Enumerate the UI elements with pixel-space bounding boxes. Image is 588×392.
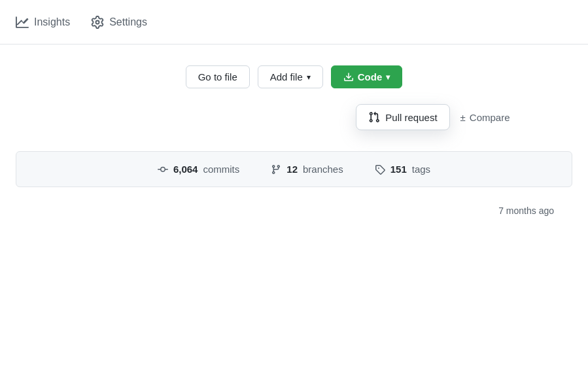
download-icon: [343, 72, 354, 82]
top-nav: Insights Settings: [0, 0, 588, 45]
insights-label: Insights: [34, 16, 70, 28]
dropdown-container: Pull request ± Compare: [78, 104, 510, 130]
branches-stat[interactable]: 12 branches: [271, 164, 343, 175]
pull-request-label: Pull request: [385, 112, 437, 123]
compare-label: Compare: [470, 112, 510, 123]
branches-label: branches: [303, 164, 343, 175]
tags-label: tags: [412, 164, 430, 175]
commits-count: 6,064: [173, 164, 198, 175]
compare-button[interactable]: ± Compare: [460, 112, 510, 123]
tags-count: 151: [390, 164, 407, 175]
pull-request-dropdown[interactable]: Pull request: [356, 104, 449, 130]
add-file-button[interactable]: Add file ▾: [258, 65, 323, 88]
tags-icon: [375, 164, 385, 175]
branches-count: 12: [286, 164, 298, 175]
pull-request-icon: [368, 111, 380, 123]
compare-icon: ±: [460, 112, 466, 123]
code-label: Code: [358, 71, 383, 82]
last-updated-timestamp: 7 months ago: [498, 205, 554, 216]
go-to-file-label: Go to file: [198, 71, 237, 82]
dropdown-area: Pull request ± Compare: [0, 101, 588, 143]
insights-icon: [16, 16, 29, 29]
settings-nav-item[interactable]: Settings: [91, 10, 147, 34]
actions-area: Go to file Add file ▾ Code ▾: [0, 45, 588, 101]
commits-stat[interactable]: 6,064 commits: [158, 164, 239, 175]
tags-stat[interactable]: 151 tags: [375, 164, 430, 175]
gear-icon: [91, 16, 104, 29]
insights-nav-item[interactable]: Insights: [16, 10, 70, 34]
stats-bar: 6,064 commits 12 branches 151 tags: [16, 151, 572, 187]
go-to-file-button[interactable]: Go to file: [186, 65, 250, 88]
branches-icon: [271, 164, 281, 175]
add-file-chevron-icon: ▾: [307, 73, 311, 82]
code-button[interactable]: Code ▾: [331, 65, 403, 88]
commits-label: commits: [203, 164, 239, 175]
add-file-label: Add file: [270, 71, 303, 82]
settings-label: Settings: [109, 16, 147, 28]
code-chevron-icon: ▾: [386, 73, 390, 82]
timestamp-area: 7 months ago: [0, 195, 588, 226]
commits-icon: [158, 164, 168, 175]
